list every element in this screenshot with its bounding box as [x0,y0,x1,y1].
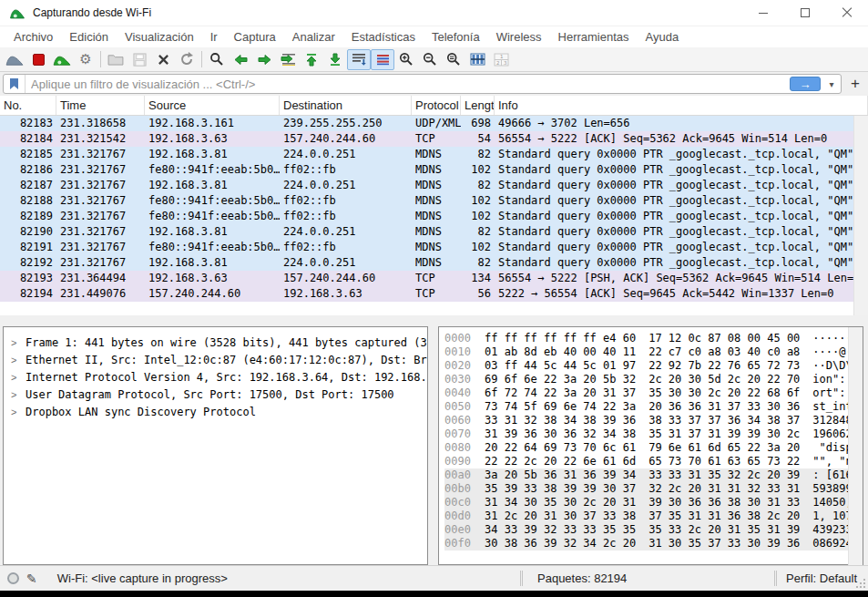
resize-columns-button[interactable] [465,49,489,70]
detail-row[interactable]: >Frame 1: 441 bytes on wire (3528 bits),… [11,333,427,350]
hex-row[interactable]: 006033 31 32 38 34 38 39 3638 33 37 37 3… [444,414,863,427]
packet-row[interactable]: 82188 231.321767 fe80::941f:eeab:5b0… ff… [0,193,868,209]
hex-row[interactable]: 003069 6f 6e 22 3a 20 5b 322c 20 30 5d 2… [444,373,863,386]
packet-source: 192.168.3.161 [145,116,280,131]
packet-row[interactable]: 82183 231.318658 192.168.3.161 239.255.2… [0,116,868,131]
menu-item[interactable]: Edición [61,27,117,46]
search-icon [209,52,224,67]
go-forward-button[interactable] [252,49,276,70]
hex-row[interactable]: 002003 ff 44 5c 44 5c 01 9722 92 7b 22 7… [444,359,863,373]
add-filter-button[interactable]: + [845,74,865,94]
packet-row[interactable]: 82194 231.449076 157.240.244.60 192.168.… [0,286,868,302]
go-back-button[interactable] [229,49,252,70]
reload-file-button[interactable] [175,49,199,70]
go-to-packet-button[interactable] [276,49,300,70]
colorize-toggle[interactable] [371,49,394,70]
stop-capture-button[interactable] [26,49,50,70]
apply-filter-button[interactable]: → [790,77,821,91]
packet-protocol: TCP [412,131,461,147]
menu-item[interactable]: Wireless [488,27,550,46]
hex-row[interactable]: 0000ff ff ff ff ff ff e4 6017 12 0c 87 0… [444,332,863,345]
detail-row[interactable]: >Internet Protocol Version 4, Src: 192.1… [11,367,427,385]
hex-bytes-left: 31 2c 20 31 30 37 33 38 [485,510,636,522]
hex-offset: 00c0 [444,496,474,510]
packet-source: fe80::941f:eeab:5b0… [145,162,280,178]
go-last-button[interactable] [323,49,347,70]
menu-item[interactable]: Ir [202,27,226,46]
expand-chevron-icon[interactable]: > [11,404,26,421]
hex-row[interactable]: 00a03a 20 5b 36 31 36 39 3433 33 31 35 3… [444,468,863,482]
display-filter-input[interactable] [26,77,790,91]
menu-item[interactable]: Captura [226,27,284,46]
go-first-button[interactable] [300,49,323,70]
detail-row[interactable]: >User Datagram Protocol, Src Port: 17500… [11,385,427,402]
menu-item[interactable]: Archivo [5,27,61,46]
packet-row[interactable]: 82190 231.321767 192.168.3.81 224.0.0.25… [0,224,868,240]
zoom-out-button[interactable] [418,49,442,70]
hex-row[interactable]: 005073 74 5f 69 6e 74 22 3a20 36 36 31 3… [444,400,863,414]
column-time[interactable]: Time [56,96,145,115]
profile-selector[interactable]: Perfil: Default [777,571,868,585]
maximize-button[interactable] [784,0,826,26]
hex-row[interactable]: 00e034 33 39 32 33 33 35 3535 33 2c 20 3… [444,523,863,537]
filter-dropdown-button[interactable]: ▾ [824,79,839,89]
packet-protocol: MDNS [412,224,461,240]
packet-row[interactable]: 82191 231.321767 fe80::941f:eeab:5b0… ff… [0,240,868,255]
menu-item[interactable]: Herramientas [550,27,638,46]
menu-item[interactable]: Estadísticas [343,27,424,46]
minimize-button[interactable] [742,0,784,26]
packet-row[interactable]: 82184 231.321542 192.168.3.63 157.240.24… [0,131,868,147]
status-bar: ✎ Wi-Fi: <live capture in progress> Paqu… [0,565,868,591]
hex-row[interactable]: 00b035 39 33 38 39 39 30 3732 2c 20 31 3… [444,482,863,496]
detail-row[interactable]: >Ethernet II, Src: Intel_12:0c:87 (e4:60… [11,350,427,367]
detail-row[interactable]: >Dropbox LAN sync Discovery Protocol [11,402,427,419]
hex-row[interactable]: 008020 22 64 69 73 70 6c 6179 6e 61 6d 6… [444,441,863,455]
hex-scrollbar[interactable] [848,327,863,566]
menu-item[interactable]: Visualización [117,27,202,46]
column-length[interactable]: Lengtl [461,96,495,115]
packet-no: 82184 [0,131,56,147]
packet-row[interactable]: 82189 231.321767 fe80::941f:eeab:5b0… ff… [0,209,868,224]
packet-row[interactable]: 82186 231.321767 fe80::941f:eeab:5b0… ff… [0,162,868,178]
packet-no: 82190 [0,224,56,240]
pane-splitter[interactable] [0,315,868,326]
find-packet-button[interactable] [205,49,229,70]
column-info[interactable]: Info [495,96,868,115]
filter-bookmark-button[interactable] [4,75,26,93]
column-source[interactable]: Source [145,96,280,115]
resize-grip[interactable] [856,579,865,588]
packet-row[interactable]: 82193 231.364494 192.168.3.63 157.240.24… [0,271,868,286]
column-protocol[interactable]: Protocol [412,96,461,115]
auto-scroll-toggle[interactable] [347,49,371,70]
packet-no: 82194 [0,286,56,302]
packet-row[interactable]: 82185 231.321767 192.168.3.81 224.0.0.25… [0,147,868,162]
menu-item[interactable]: Analizar [284,27,343,46]
hex-row[interactable]: 00406f 72 74 22 3a 20 31 3735 30 30 2c 2… [444,386,863,400]
column-no[interactable]: No. [0,96,56,115]
close-file-button[interactable] [151,49,175,70]
packet-list-scrollbar[interactable] [853,116,868,315]
packet-source: 192.168.3.63 [145,131,280,147]
packet-row[interactable]: 82187 231.321767 192.168.3.81 224.0.0.25… [0,178,868,193]
start-capture-button[interactable] [3,49,26,70]
capture-options-button[interactable]: ⚙ [74,49,97,70]
close-button[interactable] [826,0,868,26]
menu-item[interactable]: Telefonía [424,27,488,46]
zoom-in-button[interactable] [394,49,418,70]
restart-capture-button[interactable] [50,49,74,70]
capture-properties-icon[interactable] [7,572,19,584]
hex-row[interactable]: 00c031 34 30 35 30 2c 20 3139 30 36 36 3… [444,496,863,510]
hex-bytes-left: 35 39 33 38 39 39 30 37 [485,482,636,495]
zoom-reset-button[interactable] [442,49,465,70]
packet-row[interactable]: 82192 231.321767 192.168.3.81 224.0.0.25… [0,255,868,271]
hex-row[interactable]: 00d031 2c 20 31 30 37 33 3837 35 31 31 3… [444,510,863,523]
hex-row[interactable]: 009022 22 2c 20 22 6e 61 6d65 73 70 61 6… [444,455,863,468]
column-destination[interactable]: Destination [280,96,412,115]
packet-destination: ff02::fb [280,162,412,178]
hex-row[interactable]: 007031 39 36 30 36 32 34 3835 31 37 31 3… [444,427,863,441]
hex-row[interactable]: 001001 ab 8d eb 40 00 40 1122 c7 c0 a8 0… [444,345,863,359]
open-file-button[interactable] [104,49,128,70]
hex-row[interactable]: 00f030 38 36 39 32 34 2c 2031 30 35 37 3… [444,537,863,551]
menu-item[interactable]: Ayuda [638,27,688,46]
comment-pencil-icon[interactable]: ✎ [26,571,37,586]
